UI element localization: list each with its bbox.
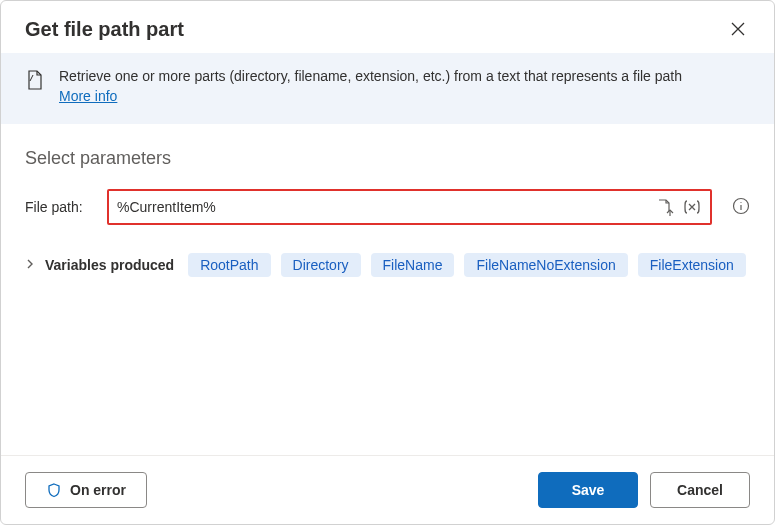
file-picker-icon bbox=[656, 198, 674, 216]
shield-icon bbox=[46, 482, 62, 498]
file-picker-button[interactable] bbox=[656, 198, 674, 216]
file-path-label: File path: bbox=[25, 199, 95, 215]
variable-chip-filenamenoextension[interactable]: FileNameNoExtension bbox=[464, 253, 627, 277]
dialog-footer: On error Save Cancel bbox=[1, 455, 774, 524]
file-path-input-wrap bbox=[107, 189, 712, 225]
variable-icon bbox=[682, 199, 702, 215]
dialog-body: Select parameters File path: bbox=[1, 124, 774, 455]
variables-produced-label: Variables produced bbox=[45, 257, 174, 273]
file-icon bbox=[25, 69, 45, 94]
section-title: Select parameters bbox=[25, 148, 750, 169]
footer-actions: Save Cancel bbox=[538, 472, 750, 508]
info-icon bbox=[732, 197, 750, 215]
dialog-title: Get file path part bbox=[25, 18, 184, 41]
dialog: Get file path part Retrieve one or more … bbox=[0, 0, 775, 525]
banner-description: Retrieve one or more parts (directory, f… bbox=[59, 68, 682, 84]
file-path-row: File path: bbox=[25, 189, 750, 225]
save-button[interactable]: Save bbox=[538, 472, 638, 508]
variable-chip-directory[interactable]: Directory bbox=[281, 253, 361, 277]
variable-picker-button[interactable] bbox=[682, 199, 702, 215]
file-path-info-button[interactable] bbox=[732, 197, 750, 218]
variable-chip-rootpath[interactable]: RootPath bbox=[188, 253, 270, 277]
input-icons bbox=[656, 198, 702, 216]
on-error-label: On error bbox=[70, 482, 126, 498]
file-path-input[interactable] bbox=[117, 199, 656, 215]
variable-chip-fileextension[interactable]: FileExtension bbox=[638, 253, 746, 277]
variables-toggle[interactable] bbox=[25, 257, 35, 273]
info-banner: Retrieve one or more parts (directory, f… bbox=[1, 53, 774, 124]
more-info-link[interactable]: More info bbox=[59, 88, 117, 104]
close-icon bbox=[731, 22, 745, 36]
dialog-header: Get file path part bbox=[1, 1, 774, 53]
close-button[interactable] bbox=[726, 17, 750, 41]
variables-produced-row: Variables produced RootPath Directory Fi… bbox=[25, 253, 750, 277]
cancel-button[interactable]: Cancel bbox=[650, 472, 750, 508]
banner-text: Retrieve one or more parts (directory, f… bbox=[59, 67, 682, 106]
variable-chip-filename[interactable]: FileName bbox=[371, 253, 455, 277]
chevron-right-icon bbox=[25, 258, 35, 270]
svg-point-1 bbox=[740, 202, 741, 203]
on-error-button[interactable]: On error bbox=[25, 472, 147, 508]
